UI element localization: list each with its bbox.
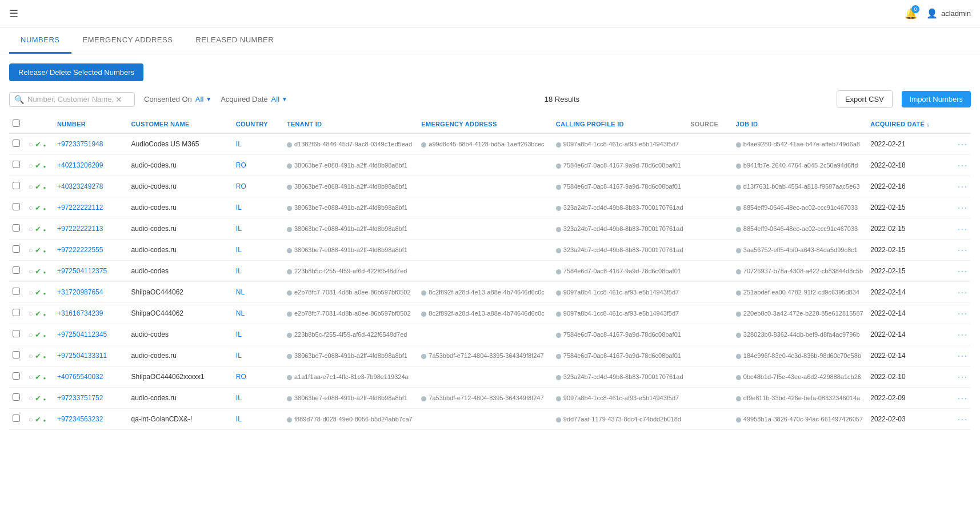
row-country: RO [233, 366, 283, 388]
row-more-actions[interactable]: ⋯ [954, 303, 971, 324]
row-checkbox[interactable] [13, 224, 20, 232]
row-emergency-address: 7a53bbdf-e712-4804-8395-364349f8f247 [418, 345, 552, 366]
check-green-icon: ✔ [35, 309, 41, 318]
row-status-icons: ○ ✔ ● [25, 240, 54, 261]
acquired-date-select[interactable]: All ▼ [271, 95, 287, 103]
row-tenant-id: f889d778-d028-49e0-8056-b5d24abb7ca7 [283, 409, 418, 430]
row-more-actions[interactable]: ⋯ [954, 282, 971, 303]
row-more-actions[interactable]: ⋯ [954, 218, 971, 240]
row-calling-profile-id: 323a24b7-cd4d-49b8-8b83-7000170761ad [553, 197, 687, 218]
select-all-checkbox[interactable] [13, 119, 20, 127]
table-row: ○ ✔ ● +40323249278 audio-codes.ru RO 380… [9, 176, 971, 197]
row-source [687, 261, 733, 282]
row-more-actions[interactable]: ⋯ [954, 133, 971, 155]
row-more-actions[interactable]: ⋯ [954, 345, 971, 366]
row-country: IL [233, 218, 283, 240]
row-status-icons: ○ ✔ ● [25, 388, 54, 409]
row-customer-name: ShilpaOC444062 [128, 303, 233, 324]
export-csv-button[interactable]: Export CSV [837, 90, 893, 108]
table-row: ○ ✔ ● +97234563232 qa-int-GolanCDX&-! IL… [9, 409, 971, 430]
row-checkbox[interactable] [13, 309, 20, 316]
row-customer-name: AudioCodes US M365 [128, 133, 233, 155]
row-checkbox[interactable] [13, 415, 20, 422]
row-more-actions[interactable]: ⋯ [954, 261, 971, 282]
row-more-actions[interactable]: ⋯ [954, 240, 971, 261]
row-more-actions[interactable]: ⋯ [954, 366, 971, 388]
release-delete-button[interactable]: Release/ Delete Selected Numbers [9, 63, 143, 81]
circle-outline-icon: ○ [29, 373, 33, 381]
row-job-id: 251abdef-ea00-4782-91f2-cd9c6395d834 [733, 282, 867, 303]
row-calling-profile-id: 323a24b7-cd4d-49b8-8b83-7000170761ad [553, 240, 687, 261]
row-customer-name: audio-codes.ru [128, 218, 233, 240]
col-country[interactable]: COUNTRY [233, 115, 283, 133]
row-emergency-address: 8c2f892f-a28d-4e13-a88e-4b74646d6c0c [418, 282, 552, 303]
search-input[interactable] [27, 95, 113, 103]
row-source [687, 282, 733, 303]
row-checkbox[interactable] [13, 161, 20, 168]
tabs-bar: NUMBERS EMERGENCY ADDRESS RELEASED NUMBE… [0, 27, 980, 54]
row-checkbox-cell [9, 282, 25, 303]
consented-on-select[interactable]: All ▼ [195, 95, 211, 103]
main-content: Release/ Delete Selected Numbers 🔍 ✕ Con… [0, 54, 980, 439]
hamburger-icon[interactable]: ☰ [9, 7, 18, 20]
col-customer-name[interactable]: CUSTOMER NAME [128, 115, 233, 133]
col-tenant-id[interactable]: TENANT ID [283, 115, 418, 133]
row-checkbox[interactable] [13, 203, 20, 210]
row-checkbox[interactable] [13, 288, 20, 295]
row-customer-name: audio-codes.ru [128, 388, 233, 409]
row-source [687, 155, 733, 176]
row-checkbox[interactable] [13, 393, 20, 401]
row-source [687, 240, 733, 261]
row-checkbox[interactable] [13, 245, 20, 253]
row-country: IL [233, 133, 283, 155]
row-acquired-date: 2022-02-15 [867, 218, 954, 240]
row-country: IL [233, 240, 283, 261]
row-checkbox-cell [9, 197, 25, 218]
row-checkbox[interactable] [13, 351, 20, 358]
row-checkbox-cell [9, 366, 25, 388]
col-acquired-date[interactable]: ACQUIRED DATE ↓ [867, 115, 954, 133]
row-job-id: 8854eff9-0646-48ec-ac02-ccc91c467033 [733, 218, 867, 240]
row-emergency-address [418, 409, 552, 430]
row-checkbox[interactable] [13, 330, 20, 337]
user-icon: 👤 [926, 8, 938, 19]
col-calling-profile-id[interactable]: CALLING PROFILE ID [553, 115, 687, 133]
row-more-actions[interactable]: ⋯ [954, 176, 971, 197]
clear-search-button[interactable]: ✕ [115, 95, 122, 104]
dot-green-icon: ● [43, 291, 46, 296]
circle-outline-icon: ○ [29, 182, 33, 191]
row-more-actions[interactable]: ⋯ [954, 388, 971, 409]
col-emergency-address[interactable]: EMERGENCY ADDRESS [418, 115, 552, 133]
row-checkbox[interactable] [13, 372, 20, 380]
table-row: ○ ✔ ● +97222222112 audio-codes.ru IL 380… [9, 197, 971, 218]
table-row: ○ ✔ ● +40765540032 ShilpaOC444062xxxxx1 … [9, 366, 971, 388]
row-more-actions[interactable]: ⋯ [954, 197, 971, 218]
numbers-table-container: NUMBER CUSTOMER NAME COUNTRY TENANT ID E… [9, 115, 971, 430]
import-numbers-button[interactable]: Import Numbers [902, 91, 971, 107]
tab-released-number[interactable]: RELEASED NUMBER [184, 27, 285, 54]
row-more-actions[interactable]: ⋯ [954, 409, 971, 430]
col-source[interactable]: SOURCE [687, 115, 733, 133]
row-customer-name: audio-codes.ru [128, 155, 233, 176]
row-country: IL [233, 324, 283, 345]
row-more-actions[interactable]: ⋯ [954, 155, 971, 176]
action-bar: Release/ Delete Selected Numbers [9, 63, 971, 81]
col-actions [954, 115, 971, 133]
row-country: NL [233, 303, 283, 324]
notification-icon[interactable]: 🔔 0 [905, 7, 917, 20]
col-job-id[interactable]: JOB ID [733, 115, 867, 133]
table-row: ○ ✔ ● +97233751948 AudioCodes US M365 IL… [9, 133, 971, 155]
row-number: +31616734239 [54, 303, 128, 324]
check-green-icon: ✔ [35, 140, 41, 149]
row-customer-name: ShilpaOC444062 [128, 282, 233, 303]
row-emergency-address: a99d8c45-88b4-4128-bd5a-1aeff263bcec [418, 133, 552, 155]
row-checkbox[interactable] [13, 140, 20, 147]
col-number[interactable]: NUMBER [54, 115, 128, 133]
row-checkbox[interactable] [13, 182, 20, 189]
row-emergency-address: 7a53bbdf-e712-4804-8395-364349f8f247 [418, 388, 552, 409]
tab-emergency-address[interactable]: EMERGENCY ADDRESS [71, 27, 185, 54]
row-more-actions[interactable]: ⋯ [954, 324, 971, 345]
row-number: +40213206209 [54, 155, 128, 176]
row-checkbox[interactable] [13, 266, 20, 274]
tab-numbers[interactable]: NUMBERS [9, 27, 71, 54]
